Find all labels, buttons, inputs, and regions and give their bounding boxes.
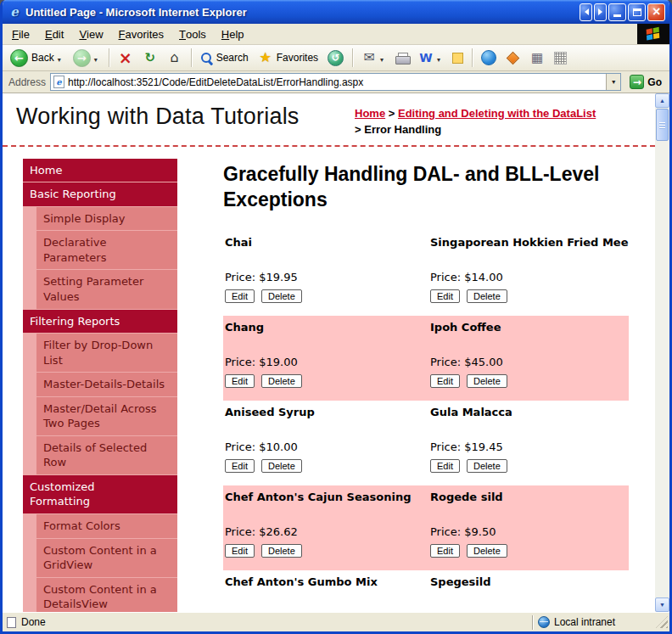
- resize-grip[interactable]: [656, 616, 668, 628]
- word-dropdown-icon[interactable]: [437, 50, 443, 65]
- back-button[interactable]: Back: [6, 48, 68, 69]
- chevron-right-button[interactable]: [594, 3, 607, 21]
- scroll-up-button[interactable]: [655, 93, 669, 108]
- menu-help[interactable]: Help: [214, 24, 252, 44]
- maximize-button[interactable]: [628, 3, 646, 21]
- title-bar[interactable]: Untitled Page - Microsoft Internet Explo…: [3, 0, 669, 24]
- messenger-button[interactable]: [477, 48, 501, 67]
- edit-with-word-button[interactable]: [414, 48, 447, 67]
- product-price: Price: $9.50: [430, 525, 624, 538]
- sidebar-item-custom-content-in-a-gridview[interactable]: Custom Content in a GridView: [36, 539, 177, 577]
- sidebar-item-home[interactable]: Home: [23, 159, 177, 182]
- edit-button[interactable]: Edit: [430, 374, 460, 388]
- favorites-star-icon: [258, 50, 273, 65]
- product-cell: SpegesildPrice: $12.00EditDelete: [428, 570, 629, 612]
- minimize-button[interactable]: [608, 3, 626, 21]
- page-title: Gracefully Handling DAL- and BLL-Level E…: [223, 162, 601, 213]
- sidebar-item-basic-reporting[interactable]: Basic Reporting: [23, 182, 177, 206]
- sidebar-item-declarative-parameters[interactable]: Declarative Parameters: [36, 231, 177, 269]
- scroll-down-button[interactable]: [655, 598, 669, 612]
- product-cell: ChaiPrice: $19.95EditDelete: [223, 231, 428, 316]
- edit-button[interactable]: Edit: [225, 374, 255, 388]
- menu-edit[interactable]: Edit: [37, 24, 71, 44]
- vertical-scrollbar[interactable]: [655, 93, 669, 612]
- menu-favorites[interactable]: Favorites: [111, 24, 171, 44]
- scrollbar-thumb[interactable]: [656, 109, 669, 141]
- sidebar-item-master-detail-across-two-pages[interactable]: Master/Detail Across Two Pages: [36, 397, 177, 435]
- edit-button[interactable]: Edit: [225, 289, 255, 303]
- address-input[interactable]: http://localhost:3521/Code/EditDeleteDat…: [50, 73, 621, 91]
- sidebar-item-filter-by-drop-down-list[interactable]: Filter by Drop-Down List: [36, 334, 177, 372]
- browser-window: Untitled Page - Microsoft Internet Explo…: [0, 0, 672, 634]
- tools-grid-button[interactable]: [550, 50, 571, 66]
- refresh-button[interactable]: [138, 48, 162, 67]
- sidebar-item-master-details-details[interactable]: Master-Details-Details: [36, 373, 177, 396]
- chevron-left-button[interactable]: [580, 3, 592, 21]
- product-cell: Rogede sildPrice: $9.50EditDelete: [428, 485, 629, 570]
- product-name: Singaporean Hokkien Fried Mee: [430, 236, 624, 249]
- sidebar-item-customized-formatting[interactable]: Customized Formatting: [23, 475, 177, 513]
- browser-viewport: Working with Data Tutorials Home > Editi…: [3, 93, 669, 612]
- forward-button[interactable]: [69, 48, 104, 69]
- sites-button[interactable]: [525, 48, 549, 67]
- delete-button[interactable]: Delete: [261, 459, 302, 473]
- building-icon: [529, 50, 545, 65]
- product-cell: Singaporean Hokkien Fried MeePrice: $14.…: [428, 231, 629, 316]
- sidebar-item-setting-parameter-values[interactable]: Setting Parameter Values: [36, 270, 177, 308]
- delete-button[interactable]: Delete: [467, 544, 507, 558]
- sidebar-nav: HomeBasic ReportingSimple DisplayDeclara…: [23, 159, 177, 612]
- delete-button[interactable]: Delete: [261, 374, 302, 388]
- sidebar-item-custom-content-in-a-detailsview[interactable]: Custom Content in a DetailsView: [36, 578, 177, 612]
- site-title: Working with Data Tutorials: [16, 104, 300, 130]
- product-price: Price: $12.00: [430, 610, 624, 612]
- product-name: Aniseed Syrup: [225, 406, 423, 418]
- product-price: Price: $19.95: [225, 271, 423, 283]
- research-button[interactable]: [501, 52, 524, 65]
- sidebar-item-filtering-reports[interactable]: Filtering Reports: [23, 310, 177, 334]
- search-label: Search: [216, 52, 249, 64]
- home-button[interactable]: [163, 48, 187, 67]
- edit-button[interactable]: Edit: [430, 459, 460, 473]
- back-dropdown-icon[interactable]: [58, 50, 64, 65]
- edit-button[interactable]: Edit: [225, 459, 255, 473]
- print-button[interactable]: [391, 51, 413, 65]
- delete-button[interactable]: Delete: [261, 289, 302, 303]
- product-name: Rogede sild: [430, 491, 624, 503]
- menu-file[interactable]: File: [4, 24, 37, 44]
- breadcrumb-home-link[interactable]: Home: [355, 107, 385, 120]
- edit-button[interactable]: Edit: [430, 544, 460, 558]
- mail-button[interactable]: [357, 48, 390, 67]
- edit-button[interactable]: Edit: [225, 544, 255, 558]
- address-url[interactable]: http://localhost:3521/Code/EditDeleteDat…: [68, 76, 606, 88]
- breadcrumb: Home > Editing and Deleting with the Dat…: [355, 104, 647, 138]
- delete-button[interactable]: Delete: [467, 459, 507, 473]
- menu-view[interactable]: View: [71, 24, 110, 44]
- home-icon: [167, 50, 182, 65]
- stop-button[interactable]: [114, 48, 137, 67]
- forward-dropdown-icon[interactable]: [94, 50, 100, 65]
- product-actions: EditDelete: [225, 457, 423, 473]
- breadcrumb-section-link[interactable]: Editing and Deleting with the DataList: [398, 107, 596, 120]
- favorites-button[interactable]: Favorites: [254, 48, 322, 67]
- menu-tools[interactable]: Tools: [171, 24, 214, 44]
- mail-dropdown-icon[interactable]: [380, 50, 386, 65]
- sidebar-item-simple-display[interactable]: Simple Display: [36, 207, 177, 231]
- product-name: Chai: [225, 236, 423, 249]
- delete-button[interactable]: Delete: [467, 374, 507, 388]
- page-content: HomeBasic ReportingSimple DisplayDeclara…: [3, 147, 655, 612]
- address-dropdown-button[interactable]: [606, 74, 620, 90]
- delete-button[interactable]: Delete: [467, 289, 507, 303]
- close-button[interactable]: [647, 3, 665, 21]
- sidebar-item-format-colors[interactable]: Format Colors: [36, 514, 177, 538]
- window-title: Untitled Page - Microsoft Internet Explo…: [25, 6, 574, 19]
- discuss-button[interactable]: [448, 51, 468, 65]
- status-text: Done: [21, 616, 46, 628]
- history-button[interactable]: [323, 48, 348, 68]
- edit-button[interactable]: Edit: [430, 289, 460, 303]
- product-actions: EditDelete: [225, 541, 423, 558]
- sidebar-item-details-of-selected-row[interactable]: Details of Selected Row: [36, 436, 177, 474]
- product-actions: EditDelete: [430, 287, 624, 303]
- search-button[interactable]: Search: [196, 50, 253, 66]
- go-button[interactable]: Go: [625, 75, 666, 89]
- delete-button[interactable]: Delete: [261, 544, 302, 558]
